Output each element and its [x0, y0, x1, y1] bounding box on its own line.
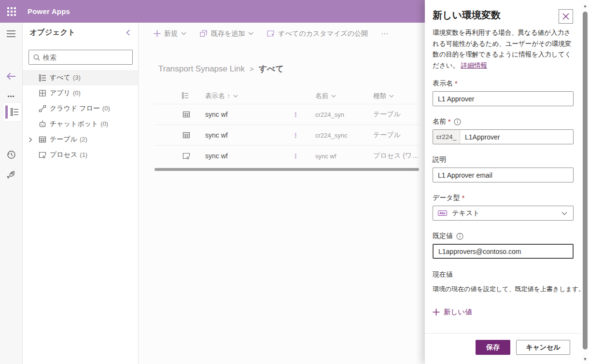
name-label: 名前 — [433, 117, 446, 126]
required-marker: * — [448, 118, 450, 126]
breadcrumb: Transport Synapse Link > すべて — [158, 63, 284, 74]
chevron-left-icon — [126, 29, 130, 36]
back-button[interactable] — [0, 68, 22, 85]
name-input[interactable]: L1Approver — [465, 133, 500, 141]
sort-ascending-icon: ↑ — [227, 93, 230, 99]
sidebar-item-count: (2) — [80, 136, 87, 143]
add-existing-label: 既存を追加 — [211, 29, 245, 38]
search-input[interactable] — [43, 54, 132, 61]
sidebar-item-label: クラウド フロー — [50, 104, 100, 112]
sidebar-item-label: テーブル — [50, 135, 77, 143]
data-type-dropdown[interactable]: Abc テキスト — [433, 206, 574, 221]
table-row[interactable]: sync wf ⋮ sync wf プロセス (ワーク... — [154, 145, 419, 166]
row-display-name[interactable]: sync wf — [205, 152, 228, 160]
info-icon[interactable] — [456, 233, 463, 240]
rail-solutions-button[interactable] — [0, 166, 22, 183]
expand-chevron-icon[interactable] — [28, 137, 32, 142]
chevron-down-icon — [389, 95, 394, 98]
sidebar-title: オブジェクト — [29, 28, 75, 38]
waffle-menu-button[interactable] — [0, 0, 23, 23]
display-name-input[interactable] — [433, 91, 574, 106]
sidebar-item-processes[interactable]: プロセス(1) — [23, 147, 138, 163]
scroll-down-icon[interactable]: ▼ — [581, 355, 589, 363]
required-marker: * — [462, 194, 464, 202]
row-name: cr224_syn — [315, 111, 344, 118]
row-display-name[interactable]: sync wf — [205, 111, 228, 118]
hamburger-menu-button[interactable] — [0, 25, 22, 42]
table-row[interactable]: sync wf ⋮ cr224_sync テーブル — [154, 125, 419, 145]
sidebar-item-apps[interactable]: アプリ(0) — [23, 85, 138, 101]
objects-table: 表示名 ↑ 名前 種類 — [154, 89, 419, 166]
vertical-scrollbar[interactable]: ▲ ▼ — [581, 0, 589, 364]
row-type: テーブル — [373, 110, 419, 119]
left-rail: ⋯ — [0, 23, 23, 364]
sidebar-item-label: プロセス — [50, 151, 77, 158]
row-menu-button[interactable]: ⋮ — [293, 154, 299, 159]
chevron-down-icon — [561, 211, 567, 215]
sidebar-item-count: (0) — [100, 120, 108, 127]
publish-customizations-button[interactable]: すべてのカスタマイズの公開 — [266, 29, 368, 38]
chatbot-icon — [39, 120, 46, 128]
new-value-button[interactable]: 新しい値 — [433, 308, 472, 317]
new-value-label: 新しい値 — [444, 308, 472, 317]
list-icon — [182, 92, 189, 99]
sidebar-item-cloud-flows[interactable]: クラウド フロー(0) — [23, 101, 138, 116]
row-menu-button[interactable]: ⋮ — [293, 133, 299, 138]
sidebar-item-label: チャットボット — [50, 120, 98, 127]
save-button[interactable]: 保存 — [476, 340, 510, 355]
rail-objects-button[interactable] — [3, 103, 21, 121]
display-name-label: 表示名 — [433, 79, 453, 88]
sidebar-item-count: (3) — [73, 74, 81, 81]
add-existing-button[interactable]: 既存を追加 — [199, 29, 253, 38]
row-type: プロセス (ワーク... — [373, 152, 419, 160]
column-header-type[interactable]: 種類 — [373, 92, 394, 100]
sidebar-item-count: (1) — [80, 151, 87, 158]
panel-description: 環境変数を再利用する場合、異なる値が入力される可能性があるため、ユーザーがその環… — [433, 28, 574, 71]
sidebar-item-chatbots[interactable]: チャットボット(0) — [23, 116, 138, 132]
objects-sidebar: オブジェクト すべて(3) — [23, 23, 139, 364]
current-value-helper: 環境の現在の値を設定して、既定値を上書きします。 — [433, 285, 585, 294]
close-icon — [562, 13, 569, 20]
rail-selected-indicator — [5, 105, 8, 119]
column-header-name[interactable]: 名前 — [315, 92, 336, 100]
search-icon — [33, 54, 40, 61]
learn-more-link[interactable]: 詳細情報 — [461, 62, 487, 69]
sidebar-item-all[interactable]: すべて(3) — [23, 70, 138, 85]
chevron-down-icon — [248, 32, 253, 35]
default-value-input[interactable] — [433, 244, 574, 259]
breadcrumb-solution[interactable]: Transport Synapse Link — [158, 64, 245, 74]
publish-customizations-label: すべてのカスタマイズの公開 — [278, 29, 368, 38]
cancel-button[interactable]: キャンセル — [516, 340, 570, 355]
data-type-label: データ型 — [433, 194, 460, 202]
list-icon — [39, 74, 46, 82]
row-display-name[interactable]: sync wf — [205, 131, 228, 139]
add-existing-icon — [199, 29, 208, 38]
new-button[interactable]: 新規 — [154, 29, 186, 38]
process-type-icon — [182, 152, 190, 160]
command-bar: 新規 既存を追加 — [139, 23, 425, 44]
row-type-column-icon[interactable] — [182, 92, 189, 99]
row-name: cr224_sync — [315, 132, 347, 139]
cloud-flow-icon — [39, 105, 46, 112]
scroll-up-icon[interactable]: ▲ — [581, 2, 589, 10]
toolbar-overflow-button[interactable]: ⋯ — [381, 29, 389, 38]
row-menu-button[interactable]: ⋮ — [293, 112, 299, 117]
table-row[interactable]: sync wf ⋮ cr224_syn テーブル — [154, 104, 419, 125]
close-button[interactable] — [559, 9, 573, 24]
new-environment-variable-panel: 新しい環境変数 環境変数を再利用する場合、異なる値が入力される可能性があるため、… — [425, 0, 589, 364]
data-type-value: テキスト — [452, 209, 479, 218]
breadcrumb-current[interactable]: すべて — [259, 63, 284, 74]
description-input[interactable] — [433, 168, 574, 182]
table-icon — [39, 136, 46, 143]
rail-history-button[interactable] — [0, 146, 22, 163]
horizontal-scrollbar[interactable] — [154, 168, 419, 171]
scrollbar-thumb[interactable] — [583, 12, 588, 350]
main-content: 新規 既存を追加 — [139, 23, 425, 364]
column-header-display-name[interactable]: 表示名 ↑ — [205, 92, 238, 100]
process-icon — [39, 151, 46, 159]
sidebar-collapse-button[interactable] — [123, 28, 133, 38]
sidebar-item-label: アプリ — [50, 89, 70, 97]
sidebar-item-tables[interactable]: テーブル(2) — [23, 132, 138, 147]
rocket-icon — [6, 170, 16, 180]
info-icon[interactable] — [454, 118, 461, 126]
